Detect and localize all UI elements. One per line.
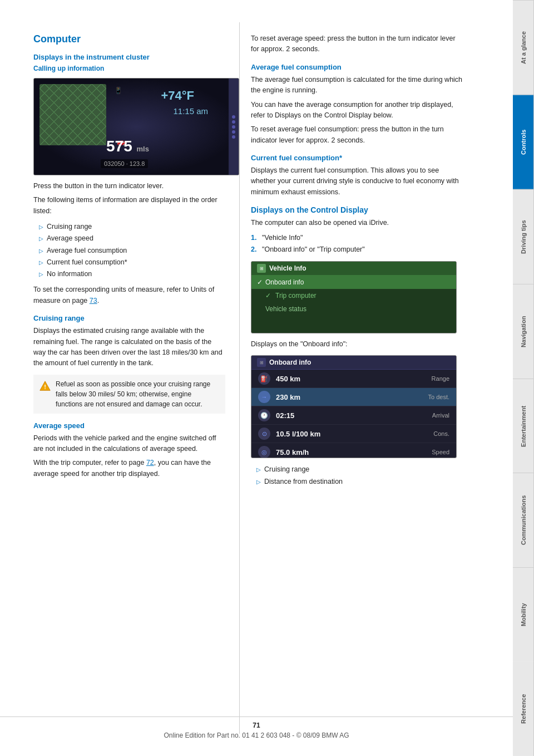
ob-row-speed: ◎ 75.0 km/h Speed: [251, 443, 456, 458]
avg-fuel-title: Average fuel consumption: [251, 63, 465, 71]
tab-controls[interactable]: Controls: [513, 95, 534, 189]
trip-computer-link[interactable]: 72: [146, 459, 154, 467]
cruising-range-title: Cruising range: [33, 314, 225, 322]
cd-header-icon: ⊞: [257, 264, 266, 273]
cruising-range-text: Displays the estimated cruising range av…: [33, 326, 225, 369]
cluster-sidebar: [229, 78, 239, 175]
ob-speed-icon: ◎: [258, 446, 270, 458]
displays-instrument-title: Displays in the instrument cluster: [33, 53, 225, 61]
page-number: 71: [0, 721, 513, 729]
ob-dest-value: 230 km: [276, 393, 405, 401]
ob-cons-value: 10.5 l/100 km: [276, 430, 405, 438]
calling-up-title: Calling up information: [33, 65, 225, 72]
avg-speed-title: Average speed: [33, 421, 225, 430]
ob-row-cons: ⊙ 10.5 l/100 km Cons.: [251, 425, 456, 443]
warning-text: Refuel as soon as possible once your cru…: [56, 379, 220, 409]
ob-cons-unit: Cons.: [411, 430, 449, 437]
page-footer: 71 Online Edition for Part no. 01 41 2 6…: [0, 716, 513, 739]
ob-dest-icon: →: [258, 391, 270, 403]
tab-reference[interactable]: Reference: [513, 662, 534, 756]
ob-row-arrival: 🕐 02:15 Arrival: [251, 406, 456, 425]
bullet-cruising-range: Cruising range: [39, 221, 225, 233]
control-display-title: Displays on the Control Display: [251, 205, 465, 214]
footer-text: Online Edition for Part no. 01 41 2 603 …: [164, 732, 349, 739]
cluster-time: 11:15 am: [173, 106, 208, 116]
ob-row-range: ⛽ 450 km Range: [251, 370, 456, 388]
cluster-temp: +74°F: [161, 89, 194, 103]
bullet-current-fuel: Current fuel consumption*: [39, 257, 225, 268]
ob-dest-unit: To dest.: [411, 394, 449, 400]
side-tabs: At a glance Controls Driving tips Naviga…: [513, 0, 534, 756]
current-fuel-title: Current fuel consumption*: [251, 154, 465, 162]
warning-triangle-icon: !: [39, 380, 51, 392]
ob-clock-icon: 🕐: [258, 409, 270, 421]
cluster-image: 📱 +74°F 11:15 am → 🚗 575 mls 032050 · 12…: [33, 78, 239, 175]
ob-speed-value: 75.0 km/h: [276, 448, 405, 456]
tab-entertainment[interactable]: Entertainment: [513, 379, 534, 473]
ob-title: Onboard info: [269, 359, 311, 366]
avg-fuel-text3: To reset average fuel consumption: press…: [251, 124, 465, 146]
bullet-avg-fuel: Average fuel consumption: [39, 245, 225, 257]
bullet-avg-speed: Average speed: [39, 233, 225, 244]
cd-title: Vehicle Info: [269, 264, 306, 272]
following-items-text: The following items of information are d…: [33, 195, 225, 217]
cluster-map: [39, 84, 106, 145]
cluster-phone-icon: 📱: [115, 87, 122, 94]
ob-range-value: 450 km: [276, 375, 405, 383]
press-button-text: Press the button in the turn indicator l…: [33, 181, 225, 192]
displays-onboard-text: Displays on the "Onboard info":: [251, 339, 465, 350]
avg-fuel-text1: The average fuel consumption is calculat…: [251, 75, 465, 96]
tab-mobility[interactable]: Mobility: [513, 567, 534, 662]
info-bullet-list: Cruising range Average speed Average fue…: [33, 221, 225, 280]
units-page-link[interactable]: 73: [90, 297, 97, 305]
cd-vehicle-status[interactable]: Vehicle status: [251, 302, 456, 316]
current-fuel-text: Displays the current fuel consumption. T…: [251, 165, 465, 198]
avg-speed-text2: With the trip computer, refer to page 72…: [33, 458, 225, 479]
tab-communications[interactable]: Communications: [513, 473, 534, 567]
ob-arrival-unit: Arrival: [411, 412, 449, 419]
cluster-miles-unit: mls: [137, 145, 149, 153]
reset-avg-speed-text: To reset average speed: press the button…: [251, 33, 465, 55]
control-display-text: The computer can also be opened via iDri…: [251, 218, 465, 228]
tab-driving-tips[interactable]: Driving tips: [513, 189, 534, 284]
ob-header: ⊞ Onboard info: [251, 356, 456, 370]
bottom-bullet-cruising: Cruising range: [256, 464, 465, 475]
onboard-info-display: ⊞ Onboard info ⛽ 450 km Range → 230 km T…: [251, 355, 457, 458]
bottom-bullet-distance: Distance from destination: [256, 476, 465, 488]
ob-gauge-icon: ⊙: [258, 428, 270, 440]
cd-header: ⊞ Vehicle Info: [251, 262, 456, 276]
ob-range-unit: Range: [411, 375, 449, 382]
bullet-no-info: No information: [39, 268, 225, 280]
ob-row-dest: → 230 km To dest.: [251, 388, 456, 406]
vehicle-info-display: ⊞ Vehicle Info Onboard info ✓Trip comput…: [251, 261, 457, 333]
ob-fuel-icon: ⛽: [258, 372, 270, 385]
section-title: Computer: [33, 33, 225, 45]
units-measure-text: To set the corresponding units of measur…: [33, 284, 225, 306]
cd-onboard-info[interactable]: Onboard info: [251, 276, 456, 289]
ob-speed-unit: Speed: [411, 449, 449, 455]
avg-speed-text1: Periods with the vehicle parked and the …: [33, 433, 225, 455]
cd-trip-computer[interactable]: ✓Trip computer: [251, 289, 456, 302]
step-2: 2."Onboard info" or "Trip computer": [251, 244, 465, 256]
warning-box: ! Refuel as soon as possible once your c…: [33, 375, 225, 414]
ob-header-icon: ⊞: [257, 358, 266, 367]
numbered-steps: 1."Vehicle Info" 2."Onboard info" or "Tr…: [251, 232, 465, 256]
step-1: 1."Vehicle Info": [251, 232, 465, 244]
cluster-miles: 575 mls: [106, 138, 149, 155]
ob-arrival-value: 02:15: [276, 411, 405, 420]
svg-text:!: !: [44, 383, 46, 390]
avg-fuel-text2: You can have the average consumption for…: [251, 100, 465, 121]
tab-navigation[interactable]: Navigation: [513, 284, 534, 379]
bottom-bullet-list: Cruising range Distance from destination: [251, 464, 465, 488]
cluster-odometer: 032050 · 123.8: [101, 159, 148, 168]
tab-at-a-glance[interactable]: At a glance: [513, 0, 534, 95]
